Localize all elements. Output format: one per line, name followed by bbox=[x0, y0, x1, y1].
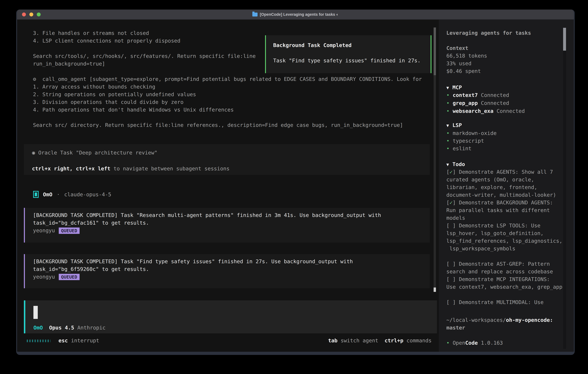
check-icon: ✓ bbox=[450, 169, 453, 175]
oracle-task-panel: ◉ Oracle Task "Deep architecture review"… bbox=[24, 144, 430, 175]
background-task-message: [BACKGROUND TASK COMPLETED] Task "Resear… bbox=[24, 208, 430, 242]
task-message-line: [BACKGROUND TASK COMPLETED] Task "Resear… bbox=[33, 212, 381, 218]
todo-item-line: librarian, explore, frontend, bbox=[446, 184, 537, 190]
mcp-item: •websearch_exa Connected bbox=[446, 108, 525, 114]
context-spent: $0.46 spent bbox=[446, 68, 481, 74]
status-dot-icon: • bbox=[446, 100, 450, 106]
oracle-task-title: ◉ Oracle Task "Deep architecture review" bbox=[32, 150, 158, 156]
status-dot-icon: • bbox=[446, 130, 450, 136]
toast-notification: Background Task Completed Task "Find typ… bbox=[265, 35, 431, 73]
agent-square-icon bbox=[33, 191, 39, 198]
session-title: Leveraging agents for tasks bbox=[446, 30, 531, 36]
terminal-line: 4. Path operations that don't handle Win… bbox=[33, 107, 234, 113]
status-dot-icon: • bbox=[446, 145, 450, 151]
window-title: [OpenCode] Leveraging agents for tasks ◐ bbox=[252, 12, 338, 17]
interrupt-hint: esc interrupt bbox=[58, 338, 99, 343]
mcp-section-header[interactable]: ▼MCP bbox=[446, 84, 462, 90]
window-titlebar[interactable]: [OpenCode] Leveraging agents for tasks ◐ bbox=[17, 10, 574, 20]
todo-item-done: [✓] Demonstrate BACKGROUND AGENTS: bbox=[446, 200, 553, 206]
context-heading: Context bbox=[446, 45, 468, 51]
model-indicator: OmO Opus 4.5 Anthropic bbox=[33, 325, 106, 331]
todo-item-line: search and replace across codebase bbox=[446, 269, 553, 274]
check-icon: ✓ bbox=[450, 200, 453, 206]
task-message-line: task_id="bg_6f59260c" to get results. bbox=[33, 266, 149, 272]
prompt-input[interactable]: OmO Opus 4.5 Anthropic bbox=[24, 300, 437, 333]
terminal-line: 3. Division operations that could divide… bbox=[33, 99, 183, 105]
todo-item-done: [✓] Demonstrate AGENTS: Show all 7 bbox=[446, 169, 553, 175]
tool-call-line: ⚙ call_omo_agent [subagent_type=explore,… bbox=[33, 76, 422, 82]
status-bar: esc interrupt tab switch agent ctrl+p co… bbox=[17, 338, 434, 345]
chevron-down-icon: ▼ bbox=[446, 85, 449, 90]
status-badge: QUEUED bbox=[59, 274, 80, 280]
todo-item-line: models bbox=[446, 215, 465, 221]
status-dot-icon: • bbox=[446, 138, 450, 144]
terminal-line: 4. LSP client connections not properly d… bbox=[33, 38, 180, 44]
todo-item-line: lsp_hover, lsp_goto_definition, bbox=[446, 230, 544, 236]
record-icon: ◉ bbox=[32, 150, 35, 156]
toast-message: Task "Find type safety issues" finished … bbox=[273, 58, 420, 63]
todo-item-line: curated agents (OmO, oracle, bbox=[446, 177, 534, 183]
status-dot-icon: • bbox=[446, 108, 450, 114]
agent-header: OmO · claude-opus-4-5 bbox=[33, 191, 111, 198]
todo-item-line: document-writer, multimodal-looker) bbox=[446, 192, 556, 198]
close-button[interactable] bbox=[22, 13, 26, 17]
lsp-item: •typescript bbox=[446, 138, 484, 144]
task-message-line: task_id="bg_dcfac161" to get results. bbox=[33, 220, 149, 226]
terminal-line: Search src/tools/, src/hooks/, src/featu… bbox=[33, 53, 256, 59]
context-used: 33% used bbox=[446, 61, 471, 66]
terminal-line: 2. String operations on potentially unde… bbox=[33, 91, 196, 98]
main-scrollbar-cap[interactable] bbox=[434, 288, 436, 292]
minimize-button[interactable] bbox=[29, 13, 33, 17]
workspace-path: ~/local-workspaces/oh-my-opencode: bbox=[446, 317, 553, 323]
status-dot-icon: • bbox=[446, 340, 450, 346]
todo-item-pending: [ ] Demonstrate MCP INTEGRATIONS: bbox=[446, 276, 550, 282]
traffic-lights bbox=[22, 13, 41, 17]
spinner-dots-icon bbox=[27, 340, 51, 342]
session-sidebar: Leveraging agents for tasks Context 66,5… bbox=[439, 20, 574, 352]
chevron-down-icon: ▼ bbox=[446, 123, 449, 128]
context-tokens: 66,518 tokens bbox=[446, 53, 487, 59]
mcp-item: •context7 Connected bbox=[446, 92, 509, 98]
todo-item-pending: [ ] Demonstrate AST-GREP: Pattern bbox=[446, 261, 550, 267]
lsp-item: •markdown-oxide bbox=[446, 130, 497, 136]
separator-dot: · bbox=[57, 191, 60, 197]
tool-call-text: call_omo_agent [subagent_type=explore, p… bbox=[42, 76, 422, 82]
empty-checkbox bbox=[450, 276, 453, 282]
todo-item-pending: [ ] Demonstrate MULTIMODAL: Use bbox=[446, 299, 544, 305]
zoom-button[interactable] bbox=[37, 13, 41, 17]
status-dot-icon: • bbox=[446, 92, 450, 98]
keybind-hints: tab switch agent ctrl+p commands bbox=[328, 338, 431, 343]
lsp-section-header[interactable]: ▼LSP bbox=[446, 122, 462, 128]
status-badge: QUEUED bbox=[59, 228, 80, 234]
todo-item-line: lsp_find_references, lsp_diagnostics, bbox=[446, 238, 562, 244]
folder-icon bbox=[252, 13, 258, 17]
username: yeongyu bbox=[33, 228, 55, 233]
task-message-meta: yeongyuQUEUED bbox=[33, 274, 80, 280]
sidebar-scrollbar-thumb[interactable] bbox=[563, 28, 566, 51]
task-message-meta: yeongyuQUEUED bbox=[33, 228, 80, 234]
main-scrollbar[interactable] bbox=[434, 28, 436, 292]
gear-icon: ⚙ bbox=[33, 76, 36, 82]
text-cursor bbox=[33, 306, 38, 319]
background-task-message: [BACKGROUND TASK COMPLETED] Task "Find t… bbox=[24, 254, 430, 288]
terminal-line: 1. Array access without bounds checking bbox=[33, 83, 155, 90]
chevron-down-icon: ▼ bbox=[446, 162, 449, 167]
agent-name: OmO bbox=[43, 191, 52, 197]
task-message-line: [BACKGROUND TASK COMPLETED] Task "Find t… bbox=[33, 259, 353, 264]
subagent-nav-hint: ctrl+x right, ctrl+x left to navigate be… bbox=[32, 166, 230, 172]
window-title-text: [OpenCode] Leveraging agents for tasks ◐ bbox=[260, 12, 338, 17]
todo-item-line: Use context7, websearch_exa, grep_app bbox=[446, 284, 562, 290]
sidebar-scrollbar[interactable] bbox=[563, 28, 566, 349]
terminal-line: Search src/ directory. Return specific f… bbox=[33, 122, 403, 128]
username: yeongyu bbox=[33, 274, 55, 280]
mcp-item: •grep_app Connected bbox=[446, 100, 509, 106]
todo-section-header[interactable]: ▼Todo bbox=[446, 161, 465, 167]
terminal-content: 3. File handles or streams not closed 4.… bbox=[17, 20, 574, 352]
main-scrollbar-thumb[interactable] bbox=[434, 28, 436, 75]
app-version: •OpenCode 1.0.163 bbox=[446, 340, 503, 346]
terminal-line: 3. File handles or streams not closed bbox=[33, 30, 149, 36]
todo-item-line: Run parallel tasks with different bbox=[446, 207, 550, 213]
todo-item-active: [ ] Demonstrate LSP TOOLS: Use bbox=[446, 223, 540, 229]
lsp-item: •eslint bbox=[446, 145, 472, 151]
empty-checkbox bbox=[450, 299, 453, 305]
